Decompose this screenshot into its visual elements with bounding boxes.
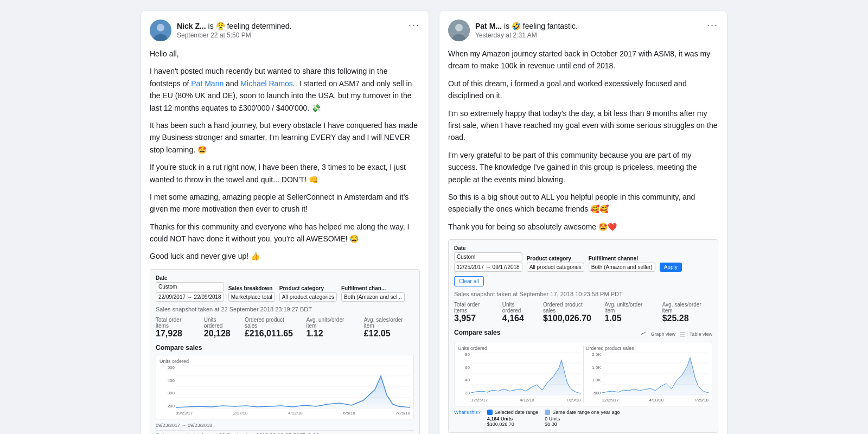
stats-row-2: Total order items 3,957 Units ordered 4,… xyxy=(454,302,712,323)
date-range-2-1: 09/23/2017 → 09/23/2018 xyxy=(156,423,414,428)
clear-button-2[interactable]: Clear all xyxy=(454,276,484,286)
dashboard-screenshot-2: Date Custom 12/25/2017 → 09/17/2018 Prod… xyxy=(448,239,718,433)
filter-fulfillment-label-2: Fulfillment channel xyxy=(589,256,655,261)
compare-title-2: Compare sales xyxy=(454,329,500,336)
checkbox-selected-icon-2 xyxy=(487,410,493,415)
post-para-1-6: Good luck and never give up! 👍 xyxy=(150,250,420,262)
chart-area-1: 500 400 300 200 xyxy=(159,365,410,416)
avatar-2 xyxy=(448,20,470,41)
filter-date-group-1: Date Custom 22/09/2017 → 22/09/2018 xyxy=(156,275,224,302)
post-para-1-3: If you're stuck in a rut right now, I ha… xyxy=(150,161,420,186)
post-header-left-2: Pat M... is 🤣 feeling fantastic. Yesterd… xyxy=(448,20,578,41)
filter-category-group-2: Product category All product categories xyxy=(527,256,584,272)
table-view-label-2[interactable]: Table view xyxy=(690,331,712,337)
graph-view-label-2[interactable]: Graph view xyxy=(650,331,675,337)
avatar-1 xyxy=(150,20,171,41)
chart-left-inner-2: 80 60 40 20 xyxy=(458,352,581,403)
svg-marker-23 xyxy=(602,358,709,395)
compare-header-2: Compare sales Graph view Table view xyxy=(454,329,712,340)
post-more-button-2[interactable]: ··· xyxy=(707,20,718,31)
post-para-2-2: I'm so extremely happy that today's the … xyxy=(448,107,718,144)
filter-date-group-2: Date Custom 12/25/2017 → 09/17/2018 xyxy=(454,245,522,272)
post-header-2: Pat M... is 🤣 feeling fantastic. Yesterd… xyxy=(448,20,718,41)
selected-range-values-2: 4,164 Units $100,026.70 xyxy=(487,416,539,427)
chart-container-1: Units ordered 500 400 300 200 xyxy=(156,355,414,419)
snapshot-title-2: Sales snapshot taken at September 17, 20… xyxy=(454,291,712,297)
chart-view-toggle-2: Graph view Table view xyxy=(641,331,712,337)
svg-marker-17 xyxy=(471,360,581,395)
checkbox-same-range-2: Same date range one year ago xyxy=(545,410,620,415)
post-para-1-5: Thanks for this community and everyone w… xyxy=(150,221,420,245)
filter-row-1: Date Custom 22/09/2017 → 22/09/2018 Sale… xyxy=(156,275,414,302)
checkbox-same-range-icon-2 xyxy=(545,410,550,415)
post-para-2-4: So this is a big shout out to ALL you he… xyxy=(448,191,718,215)
post-author-info-2: Pat M... is 🤣 feeling fantastic. Yesterd… xyxy=(475,22,578,39)
filter-sales-label-1: Sales breakdown xyxy=(228,285,275,291)
filter-category-select-1[interactable]: All product categories xyxy=(279,292,337,302)
post-header-1: Nick Z... is 😤 feeling determined. Septe… xyxy=(150,20,420,41)
filter-fulfillment-label-1: Fulfilment chan... xyxy=(341,285,405,291)
compare-whats-this-2: What's this? xyxy=(454,410,481,415)
chart-right-inner-2: 2.0K 1.5K 1.0K 500 xyxy=(586,352,709,403)
svg-marker-8 xyxy=(176,376,410,409)
dashboard-screenshot-1: Date Custom 22/09/2017 → 22/09/2018 Sale… xyxy=(150,269,420,434)
filter-date-label-2: Date xyxy=(454,245,522,251)
chart-svg-right-2 xyxy=(602,352,709,395)
same-range-values-2: 0 Units $0.00 xyxy=(545,416,620,427)
stat-product-sales-2: Ordered product sales $100,026.70 xyxy=(543,302,596,323)
chart-svg-right-2: 12/25/17 4/18/18 7/29/18 xyxy=(602,352,709,403)
post-para-2-1: Out of this dream, i formed a goal and w… xyxy=(448,78,718,102)
filter-category-select-2[interactable]: All product categories xyxy=(527,263,584,272)
stat-product-sales-1: Ordered product sales £216,011.65 xyxy=(245,317,297,339)
stat-avg-units-2: Avg. units/order item 1.05 xyxy=(604,302,653,323)
y-axis-left-2: 80 60 40 20 xyxy=(458,352,470,395)
post-para-1-2: It has been such a hard journey, but eve… xyxy=(150,119,420,156)
post-card-1: Nick Z... is 😤 feeling determined. Septe… xyxy=(141,11,429,434)
filter-date-select-1[interactable]: Custom xyxy=(156,282,224,291)
filter-category-group-1: Product category All product categories xyxy=(279,285,337,302)
chart-left-pane-2: Units ordered 80 60 40 20 xyxy=(458,346,581,403)
chart-svg-left-2: 12/25/17 4/12/18 7/29/18 xyxy=(471,352,581,403)
chart-two-pane-2: Units ordered 80 60 40 20 xyxy=(458,346,709,403)
svg-point-10 xyxy=(455,24,463,31)
y-axis-1: 500 400 300 200 xyxy=(159,365,175,409)
link-michael-ramos[interactable]: Michael Ramos xyxy=(240,79,292,88)
post-card-2: Pat M... is 🤣 feeling fantastic. Yesterd… xyxy=(439,11,727,434)
post-timestamp-1: September 22 at 5:50 PM xyxy=(177,31,292,39)
post-body-1: Hello all, I haven't posted much recentl… xyxy=(150,48,420,263)
compare-same-range-2: Same date range one year ago 0 Units $0.… xyxy=(545,410,620,427)
chart-left-label-2: Units ordered xyxy=(458,346,581,351)
filter-category-label-1: Product category xyxy=(279,285,337,291)
stat-avg-sales-2: Avg. sales/order item $25.28 xyxy=(662,302,712,323)
post-author-name-2: Pat M... is 🤣 feeling fantastic. xyxy=(475,22,578,30)
chart-x-labels-left-2: 12/25/17 4/12/18 7/29/18 xyxy=(471,398,581,403)
link-pat-mann[interactable]: Pat Mann xyxy=(191,79,224,88)
filter-date-label-1: Date xyxy=(156,275,224,281)
filter-date-select-2[interactable]: Custom xyxy=(454,252,522,261)
snapshot-title-1: Sales snapshot taken at 22 September 201… xyxy=(156,306,414,312)
whats-this-link-2[interactable]: What's this? xyxy=(454,410,481,415)
post-para-2-0: When my Amazon journey started back in O… xyxy=(448,48,718,72)
chart-svg-area-1: 09/23/17 2/17/18 4/12/18 6/5/18 7/29/18 xyxy=(176,365,410,416)
post-more-button-1[interactable]: ··· xyxy=(409,20,420,31)
stat-avg-units-1: Avg. units/order item 1.12 xyxy=(306,317,355,339)
post-para-2-3: I'm very grateful to be part of this com… xyxy=(448,149,718,186)
filter-sales-select-1[interactable]: Marketplace total xyxy=(228,292,275,302)
post-author-info-1: Nick Z... is 😤 feeling determined. Septe… xyxy=(177,22,292,39)
table-view-icon-2 xyxy=(680,332,685,336)
post-timestamp-2: Yesterday at 2:31 AM xyxy=(475,31,578,39)
compare-selected-range-2: Selected date range 4,164 Units $100,026… xyxy=(487,410,539,427)
apply-button-2[interactable]: Apply xyxy=(660,263,682,272)
y-axis-right-2: 2.0K 1.5K 1.0K 500 xyxy=(586,352,601,395)
graph-view-icon-2 xyxy=(641,331,646,337)
stat-units-2: Units ordered 4,164 xyxy=(502,302,534,323)
filter-sales-group-1: Sales breakdown Marketplace total xyxy=(228,285,275,302)
stat-total-orders-1: Total order items 17,928 xyxy=(156,317,195,339)
post-body-2: When my Amazon journey started back in O… xyxy=(448,48,718,233)
post-para-1-1: I haven't posted much recently but wante… xyxy=(150,65,420,114)
filter-fulfillment-select-1[interactable]: Both (Amazon and sel... xyxy=(341,292,405,302)
post-header-left-1: Nick Z... is 😤 feeling determined. Septe… xyxy=(150,20,292,41)
chart-divider-2 xyxy=(583,346,584,403)
chart-right-pane-2: Ordered product sales 2.0K 1.5K 1.0K 500 xyxy=(586,346,709,403)
filter-fulfillment-select-2[interactable]: Both (Amazon and seller) xyxy=(589,263,655,272)
